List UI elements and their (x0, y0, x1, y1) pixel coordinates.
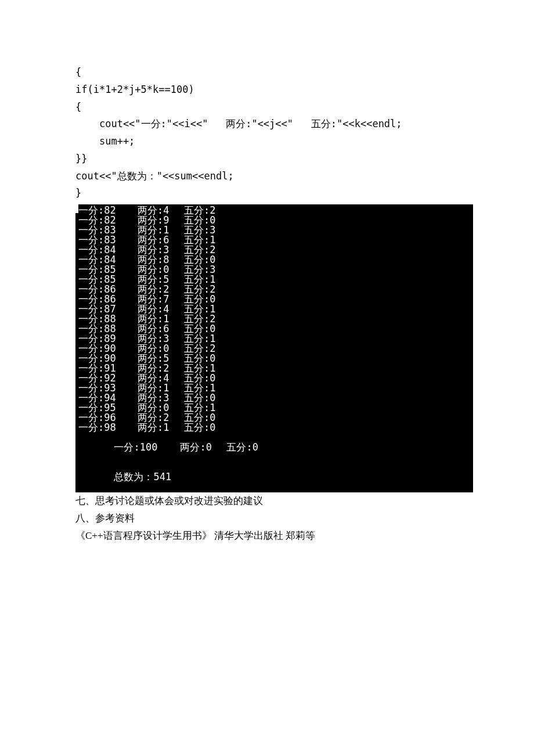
terminal-row: 一分:88两分:1五分:2 (75, 314, 473, 324)
code-line: if(i*1+2*j+5*k==100) (75, 81, 473, 99)
reference-text: 《C++语言程序设计学生用书》 清华大学出版社 郑莉等 (75, 527, 473, 545)
terminal-row: 一分:86两分:2五分:2 (75, 285, 473, 294)
code-line: sum++; (75, 133, 473, 150)
code-line: { (75, 99, 473, 116)
terminal-row: 一分:87两分:4五分:1 (75, 304, 473, 314)
terminal-row: 一分:85两分:5五分:1 (75, 275, 473, 285)
terminal-total: 总数为：541 (75, 462, 473, 492)
terminal-row: 一分:83两分:6五分:1 (75, 235, 473, 245)
terminal-row: 一分:90两分:0五分:2 (75, 344, 473, 354)
terminal-row: 一分:85两分:0五分:3 (75, 265, 473, 275)
code-line: cout<<"一分:"<<i<<" 两分:"<<j<<" 五分:"<<k<<en… (75, 116, 473, 133)
terminal-row: 一分:84两分:8五分:0 (75, 255, 473, 265)
terminal-output: 一分:82两分:4五分:2一分:82两分:9五分:0一分:83两分:1五分:3一… (75, 204, 473, 492)
terminal-row: 一分:92两分:4五分:0 (75, 373, 473, 383)
terminal-row: 一分:82两分:4五分:2 (75, 206, 473, 215)
terminal-row: 一分:83两分:1五分:3 (75, 225, 473, 235)
terminal-row: 一分:95两分:0五分:1 (75, 403, 473, 413)
terminal-row: 一分:84两分:3五分:2 (75, 245, 473, 255)
terminal-cursor (75, 204, 78, 213)
terminal-row: 一分:90两分:5五分:0 (75, 354, 473, 363)
terminal-row: 一分:100两分:0五分:0 (75, 433, 473, 462)
section-heading: 八、参考资料 (75, 510, 473, 527)
terminal-row: 一分:96两分:2五分:0 (75, 413, 473, 423)
terminal-row: 一分:89两分:3五分:1 (75, 334, 473, 344)
terminal-row: 一分:91两分:2五分:1 (75, 363, 473, 373)
document-page: { if(i*1+2*j+5*k==100) { cout<<"一分:"<<i<… (0, 0, 534, 567)
code-line: } (75, 185, 473, 202)
section-heading: 七、思考讨论题或体会或对改进实验的建议 (75, 492, 473, 510)
terminal-row: 一分:93两分:1五分:1 (75, 383, 473, 393)
terminal-row: 一分:94两分:3五分:0 (75, 393, 473, 403)
terminal-row: 一分:88两分:6五分:0 (75, 324, 473, 334)
code-line: cout<<"总数为："<<sum<<endl; (75, 168, 473, 185)
terminal-row: 一分:86两分:7五分:0 (75, 294, 473, 304)
terminal-row: 一分:82两分:9五分:0 (75, 215, 473, 225)
code-line: }} (75, 150, 473, 168)
terminal-row: 一分:98两分:1五分:0 (75, 423, 473, 433)
code-line: { (75, 64, 473, 81)
